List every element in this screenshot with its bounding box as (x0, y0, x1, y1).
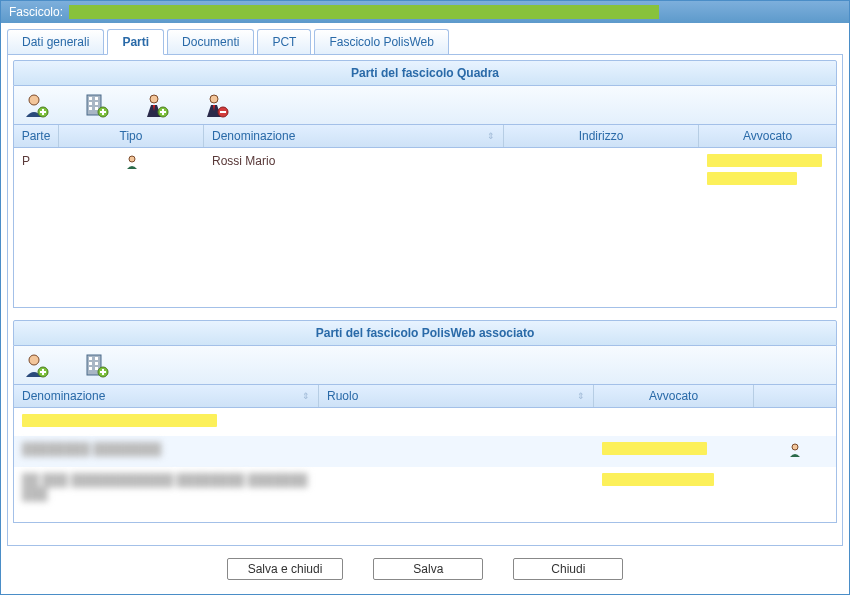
col-parte[interactable]: Parte (14, 125, 59, 147)
svg-point-15 (29, 355, 39, 365)
sort-icon: ⇕ (487, 131, 495, 141)
svg-point-10 (150, 95, 158, 103)
title-redacted (69, 5, 659, 19)
svg-rect-3 (89, 97, 92, 100)
svg-point-14 (129, 156, 135, 162)
polisweb-section: Parti del fascicolo PolisWeb associato D… (13, 320, 837, 523)
table-row[interactable]: ██ ███ ████████████ ████████ ██████████ (14, 467, 836, 507)
tab-body: Parti del fascicolo Quadra (7, 55, 843, 546)
add-businessman-icon[interactable] (140, 89, 172, 121)
quadra-table-header: Parte Tipo Denominazione⇕ Indirizzo Avvo… (13, 125, 837, 148)
svg-point-0 (29, 95, 39, 105)
col-indirizzo[interactable]: Indirizzo (504, 125, 699, 147)
svg-rect-20 (89, 362, 92, 365)
tab-pct[interactable]: PCT (257, 29, 311, 54)
cell-avvocato (699, 148, 836, 194)
cell-denominazione: ██ ███ ████████████ ████████ ██████████ (14, 467, 319, 507)
svg-rect-4 (95, 97, 98, 100)
cell-avvocato (594, 408, 754, 436)
cell-avvocato (594, 467, 754, 507)
col-avvocato[interactable]: Avvocato (699, 125, 836, 147)
cell-denominazione: ████████ ████████ (14, 436, 319, 467)
remove-businessman-icon[interactable] (200, 89, 232, 121)
redacted-value (22, 414, 217, 427)
redacted-value (602, 442, 707, 455)
title-label: Fascicolo: (9, 5, 63, 19)
cell-denominazione (14, 408, 319, 436)
quadra-toolbar (13, 86, 837, 125)
quadra-title: Parti del fascicolo Quadra (13, 60, 837, 86)
tab-parti[interactable]: Parti (107, 29, 164, 55)
tab-strip: Dati generali Parti Documenti PCT Fascic… (7, 29, 843, 55)
svg-rect-6 (95, 102, 98, 105)
quadra-table-body: P Rossi Mario (13, 148, 837, 308)
add-person-icon[interactable] (20, 349, 52, 381)
col-avvocato[interactable]: Avvocato (594, 385, 754, 407)
table-row[interactable]: P Rossi Mario (14, 148, 836, 194)
col-ruolo[interactable]: Ruolo⇕ (319, 385, 594, 407)
svg-rect-22 (89, 367, 92, 370)
dialog-window: Fascicolo: Dati generali Parti Documenti… (0, 0, 850, 595)
svg-rect-8 (95, 107, 98, 110)
tab-dati-generali[interactable]: Dati generali (7, 29, 104, 54)
svg-rect-23 (95, 367, 98, 370)
col-tipo[interactable]: Tipo (59, 125, 204, 147)
cell-tipo (59, 148, 204, 194)
cell-ruolo (319, 436, 594, 467)
polisweb-toolbar (13, 346, 837, 385)
cell-avvocato (594, 436, 754, 467)
sort-icon: ⇕ (577, 391, 585, 401)
table-row[interactable]: ████████ ████████ (14, 436, 836, 467)
svg-rect-19 (95, 357, 98, 360)
polisweb-table-header: Denominazione⇕ Ruolo⇕ Avvocato (13, 385, 837, 408)
quadra-section: Parti del fascicolo Quadra (13, 60, 837, 308)
dialog-content: Dati generali Parti Documenti PCT Fascic… (1, 23, 849, 594)
add-building-icon[interactable] (80, 349, 112, 381)
tab-fascicolo-polisweb[interactable]: Fascicolo PolisWeb (314, 29, 448, 54)
svg-rect-5 (89, 102, 92, 105)
col-actions (754, 385, 836, 407)
redacted-value (602, 473, 714, 486)
polisweb-table-body: ████████ ████████ ██ ███ ████████████ ██… (13, 408, 837, 523)
add-person-icon[interactable] (20, 89, 52, 121)
svg-rect-18 (89, 357, 92, 360)
redacted-value (707, 172, 797, 185)
cell-indirizzo (504, 148, 699, 194)
svg-rect-21 (95, 362, 98, 365)
cell-actions (754, 467, 836, 507)
sort-icon: ⇕ (302, 391, 310, 401)
svg-point-12 (210, 95, 218, 103)
cell-parte: P (14, 148, 59, 194)
save-button[interactable]: Salva (373, 558, 483, 580)
cell-actions (754, 436, 836, 467)
redacted-value (707, 154, 822, 167)
person-icon[interactable] (787, 442, 803, 458)
add-building-icon[interactable] (80, 89, 112, 121)
table-row[interactable] (14, 408, 836, 436)
svg-point-25 (792, 444, 798, 450)
person-icon (124, 154, 140, 170)
tab-documenti[interactable]: Documenti (167, 29, 254, 54)
close-button[interactable]: Chiudi (513, 558, 623, 580)
col-denominazione[interactable]: Denominazione⇕ (204, 125, 504, 147)
save-close-button[interactable]: Salva e chiudi (227, 558, 344, 580)
col-denominazione[interactable]: Denominazione⇕ (14, 385, 319, 407)
title-bar: Fascicolo: (1, 1, 849, 23)
polisweb-title: Parti del fascicolo PolisWeb associato (13, 320, 837, 346)
cell-ruolo (319, 408, 594, 436)
cell-denominazione: Rossi Mario (204, 148, 504, 194)
cell-actions (754, 408, 836, 436)
cell-ruolo (319, 467, 594, 507)
footer-buttons: Salva e chiudi Salva Chiudi (7, 546, 843, 588)
svg-rect-7 (89, 107, 92, 110)
